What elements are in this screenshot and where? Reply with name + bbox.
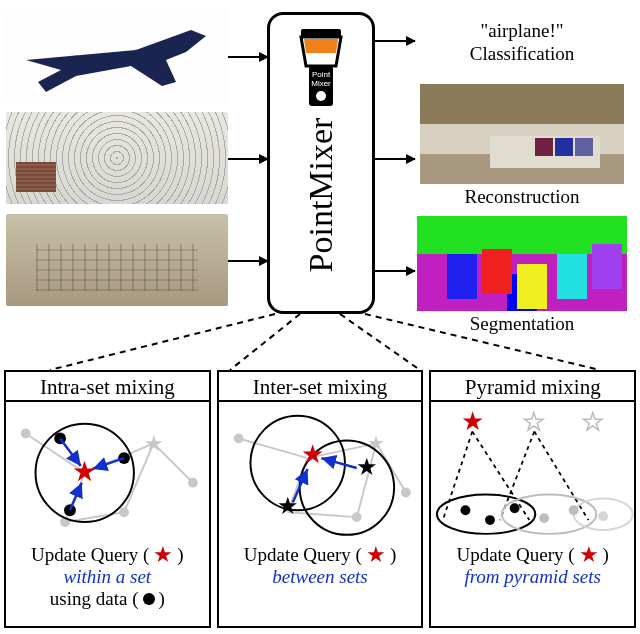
arrow-in-2 — [228, 158, 268, 160]
pointmixer-title: PointMixer — [302, 118, 340, 273]
classification-label: Classification — [470, 43, 574, 64]
svg-text:Mixer: Mixer — [311, 79, 331, 88]
inter-query-close: ) — [390, 544, 396, 566]
svg-line-13 — [365, 314, 600, 370]
inter-query-text: Update Query ( — [244, 544, 362, 566]
svg-point-7 — [316, 91, 326, 101]
svg-point-53 — [437, 495, 535, 534]
svg-text:★: ★ — [583, 409, 605, 435]
intra-diagram: ★ ★ — [6, 404, 209, 544]
svg-point-57 — [485, 515, 495, 525]
intra-using-text: using data ( — [50, 588, 139, 610]
input-airplane — [6, 10, 228, 102]
svg-line-33 — [238, 438, 307, 458]
arrow-in-1 — [228, 56, 268, 58]
svg-point-20 — [21, 429, 31, 439]
svg-point-58 — [510, 503, 520, 513]
pyramid-query-text: Update Query ( — [456, 544, 574, 566]
svg-point-54 — [502, 495, 596, 534]
intra-using-close: ) — [159, 588, 165, 610]
intra-query-text: Update Query ( — [31, 544, 149, 566]
input-sparse-room — [6, 112, 228, 204]
svg-point-2 — [105, 53, 107, 55]
intra-using: using data ( ) — [6, 588, 209, 610]
svg-line-49 — [321, 458, 356, 468]
intra-title: Intra-set mixing — [6, 372, 209, 402]
reconstruction-label: Reconstruction — [408, 186, 636, 209]
dot-icon — [143, 593, 155, 605]
svg-point-0 — [45, 61, 47, 63]
svg-line-10 — [50, 314, 275, 370]
pyramid-query: Update Query ( ★ ) — [431, 544, 634, 566]
inter-diagram: ★ ★ ★ ★ — [219, 404, 422, 544]
pyramid-sub: from pyramid sets — [431, 566, 634, 588]
segmentation-image — [417, 216, 627, 311]
inter-sub: between sets — [219, 566, 422, 588]
svg-point-61 — [599, 511, 609, 521]
svg-text:★: ★ — [72, 456, 97, 487]
svg-point-4 — [165, 49, 167, 51]
svg-point-40 — [401, 488, 411, 498]
svg-point-27 — [64, 504, 76, 516]
svg-text:Point: Point — [312, 70, 331, 79]
svg-point-56 — [461, 505, 471, 515]
intra-sub: within a set — [6, 566, 209, 588]
svg-text:★: ★ — [144, 432, 164, 456]
blender-icon: Point Mixer — [291, 21, 351, 121]
inter-query: Update Query ( ★ ) — [219, 544, 422, 566]
intra-query-close: ) — [177, 544, 183, 566]
svg-text:★: ★ — [301, 440, 324, 469]
panel-pyramid: Pyramid mixing ★ ★ ★ — [429, 370, 636, 628]
pyramid-query-close: ) — [603, 544, 609, 566]
airplane-icon — [16, 20, 216, 100]
output-classification: "airplane!" Classification — [408, 20, 636, 66]
svg-point-39 — [233, 434, 243, 444]
svg-text:★: ★ — [461, 407, 484, 436]
classification-quote: "airplane!" — [480, 20, 563, 41]
reconstruction-image — [420, 84, 624, 184]
svg-point-26 — [118, 452, 130, 464]
panel-intra-set: Intra-set mixing — [4, 370, 211, 628]
output-column: "airplane!" Classification Reconstructio… — [408, 20, 636, 344]
svg-text:★: ★ — [355, 454, 377, 480]
output-reconstruction: Reconstruction — [408, 84, 636, 209]
figure-top: Point Mixer PointMixer "airplane!" Class… — [0, 0, 640, 360]
pyramid-diagram: ★ ★ ★ — [431, 404, 634, 544]
arrow-in-3 — [228, 260, 268, 262]
svg-point-23 — [119, 507, 129, 517]
pointmixer-box: Point Mixer PointMixer — [267, 12, 375, 314]
svg-point-59 — [540, 513, 550, 523]
intra-query: Update Query ( ★ ) — [6, 544, 209, 566]
svg-point-3 — [135, 49, 137, 51]
svg-text:★: ★ — [524, 409, 546, 435]
svg-point-1 — [75, 55, 77, 57]
svg-line-30 — [70, 483, 82, 511]
svg-point-60 — [569, 505, 579, 515]
svg-point-21 — [188, 478, 198, 488]
inter-title: Inter-set mixing — [219, 372, 422, 402]
mixing-row: Intra-set mixing — [4, 370, 636, 628]
svg-line-29 — [93, 458, 124, 469]
input-dense-room — [6, 214, 228, 306]
input-column — [6, 10, 228, 316]
svg-point-41 — [351, 512, 361, 522]
panel-inter-set: Inter-set mixing ★ ★ ★ ★ — [217, 370, 424, 628]
pyramid-title: Pyramid mixing — [431, 372, 634, 402]
classification-text: "airplane!" Classification — [408, 20, 636, 66]
svg-line-12 — [340, 314, 420, 370]
